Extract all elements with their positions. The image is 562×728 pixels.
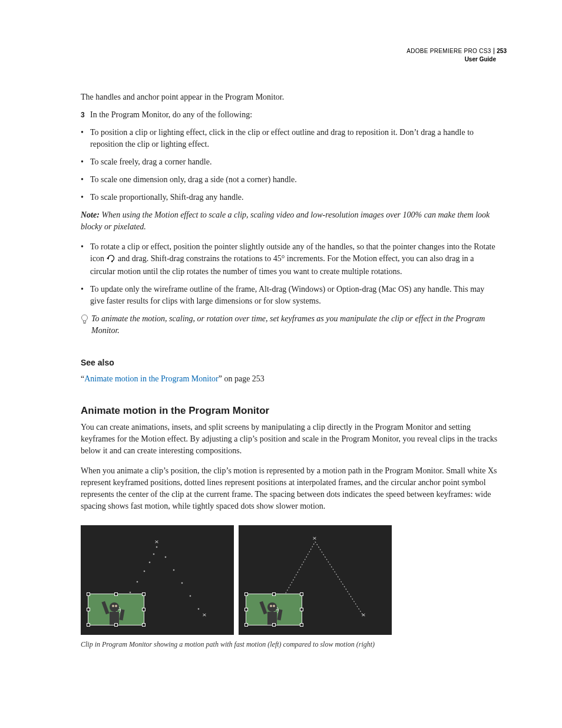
page-header: ADOBE PREMIERE PRO CS3 253 User Guide — [406, 47, 507, 64]
bullet-text: To scale freely, drag a corner handle. — [90, 156, 499, 168]
intro-text: The handles and anchor point appear in t… — [81, 91, 499, 103]
bullet-text: To position a clip or lighting effect, c… — [90, 127, 499, 150]
svg-point-11 — [156, 546, 157, 548]
keyframe-x-icon: ✕ — [361, 613, 366, 618]
list-item: • To scale proportionally, Shift-drag an… — [81, 192, 499, 203]
section-p1: You can create animations, insets, and s… — [81, 421, 499, 457]
svg-point-2 — [82, 315, 88, 321]
see-also-line: “Animate motion in the Program Monitor” … — [81, 373, 499, 385]
tip: To animate the motion, scaling, or rotat… — [81, 313, 499, 337]
header-guide: User Guide — [406, 55, 507, 64]
list-item: • To scale one dimension only, drag a si… — [81, 174, 499, 186]
section-heading: Animate motion in the Program Monitor — [81, 405, 499, 417]
page-content: The handles and anchor point appear in t… — [81, 47, 499, 650]
svg-point-29 — [270, 605, 272, 607]
svg-point-22 — [115, 605, 117, 607]
list-item: • To rotate a clip or effect, position t… — [81, 241, 499, 278]
svg-point-9 — [149, 562, 150, 563]
figure-caption: Clip in Program Monitor showing a motion… — [81, 638, 499, 650]
clip-thumbnail — [88, 594, 144, 625]
page: ADOBE PREMIERE PRO CS3 253 User Guide Th… — [0, 0, 562, 674]
svg-rect-20 — [119, 610, 124, 621]
svg-point-16 — [198, 608, 199, 610]
note: Note: When using the Motion effect to sc… — [81, 209, 499, 233]
close-quote: ” on page 253 — [219, 374, 265, 383]
bullet-text: To rotate a clip or effect, position the… — [90, 241, 499, 278]
person-silhouette — [100, 597, 130, 625]
note-label: Note: — [81, 210, 100, 219]
keyframe-x-icon: ✕ — [202, 613, 207, 618]
list-item: • To position a clip or lighting effect,… — [81, 127, 499, 150]
tip-text: To animate the motion, scaling, or rotat… — [91, 313, 499, 337]
bullet-text: To scale proportionally, Shift-drag any … — [90, 192, 499, 203]
step-number: 3 — [81, 109, 90, 121]
svg-point-12 — [165, 556, 166, 558]
step-text: In the Program Monitor, do any of the fo… — [90, 109, 499, 121]
svg-point-17 — [110, 602, 119, 612]
see-also-link[interactable]: Animate motion in the Program Monitor — [84, 374, 218, 383]
svg-point-8 — [144, 571, 145, 572]
clip-thumbnail — [246, 594, 302, 625]
rotate-text-after: and drag. Shift-drag constrains the rota… — [90, 254, 474, 276]
see-also-heading: See also — [81, 357, 499, 368]
svg-line-24 — [315, 542, 363, 616]
svg-point-14 — [181, 582, 183, 584]
header-page-number: 253 — [494, 48, 507, 54]
figure-row: ✕ ✕ — [81, 525, 499, 635]
header-product: ADOBE PREMIERE PRO CS3 — [406, 48, 491, 54]
rotate-icon — [107, 254, 116, 266]
svg-rect-28 — [277, 610, 282, 621]
bullet-icon: • — [81, 174, 90, 186]
bullet-icon: • — [81, 192, 90, 203]
svg-point-10 — [153, 554, 154, 555]
figure-slow-motion: ✕ ✕ — [239, 525, 392, 635]
keyframe-x-icon: ✕ — [312, 536, 317, 541]
section-p2: When you animate a clip’s position, the … — [81, 465, 499, 512]
bullet-icon: • — [81, 127, 90, 150]
person-silhouette — [258, 597, 287, 625]
bullet-icon: • — [81, 241, 90, 278]
svg-point-13 — [173, 569, 174, 571]
svg-point-25 — [267, 602, 277, 612]
svg-point-6 — [130, 592, 131, 593]
figure-fast-motion: ✕ ✕ — [81, 525, 234, 635]
svg-point-30 — [273, 605, 275, 607]
bullet-icon: • — [81, 156, 90, 168]
note-text: When using the Motion effect to scale a … — [81, 210, 490, 231]
lightbulb-icon — [81, 314, 91, 337]
list-item: • To scale freely, drag a corner handle. — [81, 156, 499, 168]
list-item: • To update only the wireframe outline o… — [81, 284, 499, 307]
svg-point-15 — [190, 595, 191, 597]
footer-date: April 1, 2008 — [0, 674, 562, 728]
bullet-text: To update only the wireframe outline of … — [90, 284, 499, 307]
bullet-text: To scale one dimension only, drag a side… — [90, 174, 499, 186]
svg-rect-27 — [259, 601, 267, 615]
step-3: 3 In the Program Monitor, do any of the … — [81, 109, 499, 121]
bullet-icon: • — [81, 284, 90, 307]
svg-point-7 — [137, 581, 138, 582]
svg-point-21 — [112, 605, 114, 607]
keyframe-x-icon: ✕ — [154, 540, 159, 545]
svg-rect-19 — [101, 601, 109, 615]
